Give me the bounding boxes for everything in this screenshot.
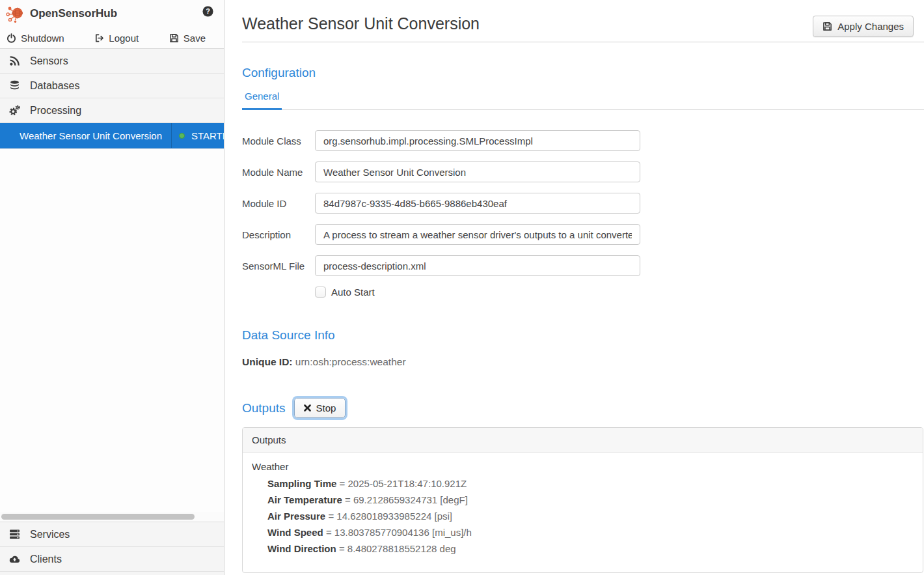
module-class-input[interactable] xyxy=(315,130,640,151)
database-icon xyxy=(9,80,20,91)
form-row: Description xyxy=(242,224,924,245)
sidebar-item-label: Clients xyxy=(30,554,62,565)
sidebar-item-label: Databases xyxy=(30,80,80,92)
save-icon xyxy=(169,33,179,43)
save-button[interactable]: Save xyxy=(169,33,206,44)
power-icon xyxy=(7,33,16,43)
form-row: Module Class xyxy=(242,130,924,151)
sign-out-icon xyxy=(94,33,104,43)
apply-changes-button[interactable]: Apply Changes xyxy=(813,16,914,37)
output-property: Air Temperature = 69.2128659324731 [degF… xyxy=(267,492,914,508)
sidebar-empty-area xyxy=(0,148,224,512)
sidebar-item-clients[interactable]: Clients xyxy=(0,547,224,572)
x-icon xyxy=(304,404,311,412)
output-property: Wind Direction = 8.480278818552128 deg xyxy=(267,540,914,557)
cloud-upload-icon xyxy=(9,554,20,565)
description-input[interactable] xyxy=(315,224,640,245)
sidebar-toolbar: Shutdown Logout Save xyxy=(0,27,224,49)
module-name-label: Module Name xyxy=(242,167,315,178)
outputs-panel-title: Outputs xyxy=(243,428,923,453)
status-dot-icon xyxy=(179,133,185,139)
output-property: Air Pressure = 14.628018933985224 [psi] xyxy=(267,508,914,524)
outputs-heading: Outputs xyxy=(242,401,286,415)
sidebar: OpenSensorHub ? Shutdown Logout Save xyxy=(0,0,224,575)
help-icon[interactable]: ? xyxy=(202,6,213,17)
main-panel: Weather Sensor Unit Conversion Apply Cha… xyxy=(225,0,924,575)
auto-start-label: Auto Start xyxy=(331,287,375,298)
outputs-panel: Outputs Weather Sampling Time = 2025-05-… xyxy=(242,427,923,573)
sidebar-clipped-row xyxy=(0,572,224,575)
configuration-form: Module Class Module Name Module ID Descr… xyxy=(242,130,924,298)
form-row: Module ID xyxy=(242,193,924,214)
sidebar-item-databases[interactable]: Databases xyxy=(0,74,224,98)
svg-text:?: ? xyxy=(206,7,210,15)
save-icon xyxy=(822,21,832,31)
sensorml-file-input[interactable] xyxy=(315,255,640,276)
unique-id-label: Unique ID: xyxy=(242,356,293,367)
unique-id-value: urn:osh:process:weather xyxy=(295,356,406,367)
sidebar-horizontal-scrollbar xyxy=(0,512,224,522)
form-row: SensorML File xyxy=(242,255,924,276)
module-status: STARTED xyxy=(172,123,224,148)
form-row: Module Name xyxy=(242,161,924,182)
logout-button[interactable]: Logout xyxy=(94,33,139,44)
rss-icon xyxy=(9,55,20,66)
outputs-panel-body: Weather Sampling Time = 2025-05-21T18:47… xyxy=(243,453,923,572)
sidebar-bottom-menu: Services Clients xyxy=(0,522,224,575)
configuration-heading: Configuration xyxy=(242,66,924,80)
auto-start-row: Auto Start xyxy=(315,287,924,298)
sidebar-item-sensors[interactable]: Sensors xyxy=(0,49,224,74)
output-property: Wind Speed = 13.803785770904136 [mi_us]/… xyxy=(267,524,914,540)
stop-button[interactable]: Stop xyxy=(294,398,346,418)
scrollbar-thumb[interactable] xyxy=(1,514,195,520)
app-title: OpenSensorHub xyxy=(30,7,117,20)
module-id-label: Module ID xyxy=(242,198,315,209)
module-id-input[interactable] xyxy=(315,193,640,214)
auto-start-checkbox[interactable] xyxy=(315,287,326,298)
sidebar-item-label: Processing xyxy=(30,105,81,117)
sensorml-file-label: SensorML File xyxy=(242,260,315,272)
sidebar-header: OpenSensorHub ? xyxy=(0,0,224,27)
gears-icon xyxy=(9,105,20,116)
output-property: Sampling Time = 2025-05-21T18:47:10.921Z xyxy=(267,475,914,492)
configuration-tabs: General xyxy=(242,91,924,110)
module-class-label: Module Class xyxy=(242,135,315,147)
sidebar-item-processing[interactable]: Processing xyxy=(0,98,224,123)
status-text: STARTED xyxy=(191,130,224,141)
data-source-info-heading: Data Source Info xyxy=(242,328,924,343)
header-divider xyxy=(242,42,924,42)
sidebar-item-label: Services xyxy=(30,529,70,540)
description-label: Description xyxy=(242,229,315,240)
sidebar-item-weather-module[interactable]: Weather Sensor Unit Conversion STARTED xyxy=(0,123,224,148)
server-icon xyxy=(9,529,20,540)
shutdown-button[interactable]: Shutdown xyxy=(7,33,64,44)
module-name-input[interactable] xyxy=(315,161,640,182)
outputs-header: Outputs Stop xyxy=(242,398,924,418)
unique-id-line: Unique ID: urn:osh:process:weather xyxy=(242,356,924,368)
output-group-weather[interactable]: Weather xyxy=(252,461,914,472)
module-name: Weather Sensor Unit Conversion xyxy=(0,123,172,148)
sidebar-item-services[interactable]: Services xyxy=(0,522,224,547)
sidebar-item-label: Sensors xyxy=(30,55,68,67)
main-header: Weather Sensor Unit Conversion Apply Cha… xyxy=(242,0,924,33)
opensensorhub-logo-icon xyxy=(5,4,25,23)
tab-general[interactable]: General xyxy=(242,91,282,110)
